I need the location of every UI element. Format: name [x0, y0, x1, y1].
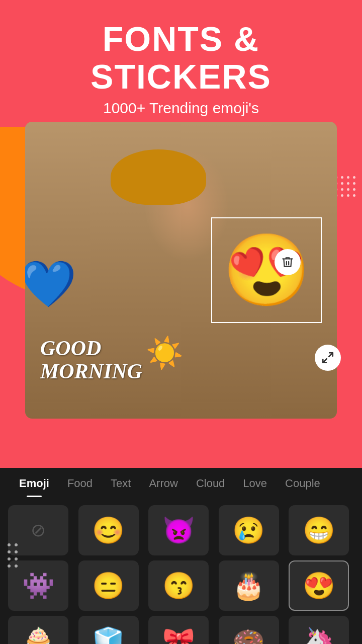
bottom-sticker-panel: Emoji Food Text Arrow Cloud Love Couple …: [0, 468, 362, 644]
emoji-cell[interactable]: 😑: [78, 560, 139, 611]
heart-sticker[interactable]: 💙: [25, 258, 76, 310]
sun-sticker[interactable]: ☀️: [146, 335, 184, 371]
emoji-cell[interactable]: 🍩: [219, 616, 279, 644]
overlay-text[interactable]: GOOD MORNING: [40, 337, 142, 383]
emoji-cell[interactable]: 😊: [78, 505, 139, 555]
emoji-cell[interactable]: 🦄: [289, 616, 349, 644]
emoji-cell[interactable]: 🎂: [219, 560, 279, 611]
tab-cloud[interactable]: Cloud: [187, 477, 234, 497]
app-subtitle: 1000+ Trending emoji's: [10, 100, 352, 117]
emoji-cell[interactable]: 😁: [289, 505, 349, 555]
emoji-cell[interactable]: 🧁: [8, 616, 68, 644]
category-tabs: Emoji Food Text Arrow Cloud Love Couple: [0, 468, 362, 497]
delete-sticker-button[interactable]: [275, 249, 301, 275]
tab-emoji[interactable]: Emoji: [10, 477, 58, 497]
emoji-cell-selected[interactable]: 😍: [289, 560, 349, 611]
emoji-cell[interactable]: 🎀: [148, 616, 209, 644]
dots-grid-decoration: [335, 176, 357, 198]
tab-love[interactable]: Love: [234, 477, 276, 497]
app-title: FONTS & STICKERS: [10, 20, 352, 96]
emoji-cell[interactable]: 😢: [219, 505, 279, 555]
emoji-cell[interactable]: 🧊: [78, 616, 139, 644]
selected-emoji-container[interactable]: 😍: [211, 217, 322, 323]
header-section: FONTS & STICKERS 1000+ Trending emoji's: [0, 0, 362, 127]
resize-sticker-button[interactable]: [315, 345, 341, 371]
tab-food[interactable]: Food: [58, 477, 102, 497]
tab-arrow[interactable]: Arrow: [140, 477, 187, 497]
person-hat: [111, 149, 206, 205]
emoji-grid: ⊘ 😊 👿 😢 😁 👾 😑 😙 🎂 😍: [0, 497, 362, 644]
emoji-cell[interactable]: 😙: [148, 560, 209, 611]
emoji-cell[interactable]: 👿: [148, 505, 209, 555]
left-dots-decoration: [8, 543, 19, 569]
tab-text[interactable]: Text: [102, 477, 140, 497]
tab-couple[interactable]: Couple: [276, 477, 329, 497]
